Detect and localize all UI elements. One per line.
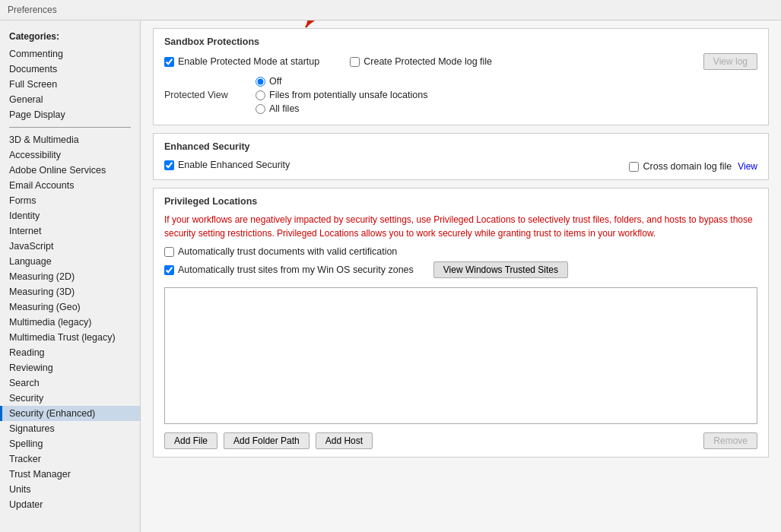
sidebar-item-reviewing[interactable]: Reviewing	[0, 360, 140, 375]
enable-enhanced-security-text: Enable Enhanced Security	[178, 160, 290, 170]
sidebar-item-javascript[interactable]: JavaScript	[0, 239, 140, 254]
categories-label: Categories:	[0, 28, 140, 46]
protected-view-label: Protected View	[164, 90, 240, 100]
sidebar-item-page-display[interactable]: Page Display	[0, 107, 140, 122]
sidebar-item-general[interactable]: General	[0, 92, 140, 107]
sidebar-item-measuring-2d[interactable]: Measuring (2D)	[0, 269, 140, 284]
sandbox-protections-section: Sandbox Protections Enable Protected Mod…	[153, 28, 769, 125]
sidebar-item-tracker[interactable]: Tracker	[0, 451, 140, 467]
privileged-locations-section: Privileged Locations If your workflows a…	[153, 188, 769, 458]
enable-protected-mode-text: Enable Protected Mode at startup	[178, 56, 319, 67]
auto-trust-certs-label[interactable]: Automatically trust documents with valid…	[164, 246, 757, 257]
sidebar-item-security-enhanced[interactable]: Security (Enhanced)	[0, 406, 140, 421]
sidebar-item-accessibility[interactable]: Accessibility	[0, 147, 140, 163]
title-text: Preferences	[8, 5, 57, 15]
cross-domain-row: Cross domain log file View	[629, 161, 757, 172]
sidebar-item-language[interactable]: Language	[0, 254, 140, 269]
cross-domain-log-text: Cross domain log file	[643, 161, 732, 172]
auto-trust-certs-checkbox[interactable]	[164, 247, 174, 257]
pv-all-label: All files	[269, 103, 300, 114]
sidebar-item-identity[interactable]: Identity	[0, 208, 140, 223]
sidebar-item-full-screen[interactable]: Full Screen	[0, 77, 140, 92]
red-arrow-svg	[230, 21, 496, 35]
auto-trust-win-zones-label[interactable]: Automatically trust sites from my Win OS…	[164, 264, 414, 275]
pv-off-radio[interactable]	[256, 77, 265, 87]
title-bar: Preferences	[0, 0, 781, 21]
protected-view-options: Off Files from potentially unsafe locati…	[256, 76, 427, 114]
sidebar-item-security[interactable]: Security	[0, 391, 140, 406]
privileged-locations-textarea[interactable]	[164, 287, 757, 424]
create-log-file-checkbox[interactable]	[350, 57, 360, 67]
enhanced-security-title: Enhanced Security	[164, 141, 757, 152]
pv-off-label: Off	[269, 76, 281, 87]
remove-button[interactable]: Remove	[703, 432, 757, 449]
sidebar-item-measuring-3d[interactable]: Measuring (3D)	[0, 284, 140, 299]
content-area: Sandbox Protections Enable Protected Mod…	[141, 21, 781, 532]
cross-domain-view-link[interactable]: View	[738, 161, 757, 172]
sidebar-item-trust-manager[interactable]: Trust Manager	[0, 467, 140, 482]
add-file-button[interactable]: Add File	[164, 432, 217, 449]
sidebar-item-3d-multimedia[interactable]: 3D & Multimedia	[0, 132, 140, 147]
sidebar-item-reading[interactable]: Reading	[0, 345, 140, 360]
sandbox-protections-title: Sandbox Protections	[164, 36, 757, 47]
sidebar-item-multimedia-trust-legacy[interactable]: Multimedia Trust (legacy)	[0, 330, 140, 345]
sidebar-item-search[interactable]: Search	[0, 375, 140, 391]
sidebar-item-updater[interactable]: Updater	[0, 497, 140, 512]
privileged-locations-info: If your workflows are negatively impacte…	[164, 213, 757, 240]
cross-domain-log-checkbox[interactable]	[629, 162, 639, 172]
add-folder-path-button[interactable]: Add Folder Path	[224, 432, 310, 449]
add-host-button[interactable]: Add Host	[316, 432, 373, 449]
create-log-file-text: Create Protected Mode log file	[364, 56, 492, 67]
view-windows-trusted-sites-button[interactable]: View Windows Trusted Sites	[433, 261, 568, 278]
enable-enhanced-security-checkbox[interactable]	[164, 160, 174, 170]
sidebar: Categories: CommentingDocumentsFull Scre…	[0, 21, 141, 532]
enhanced-security-section: Enhanced Security Enable Enhanced Securi…	[153, 133, 769, 180]
cross-domain-log-label[interactable]: Cross domain log file	[629, 161, 732, 172]
pv-all-radio[interactable]	[256, 104, 265, 114]
pv-unsafe-label: Files from potentially unsafe locations	[269, 90, 427, 100]
sidebar-item-commenting[interactable]: Commenting	[0, 46, 140, 62]
enable-protected-mode-checkbox[interactable]	[164, 57, 174, 67]
pv-unsafe-option[interactable]: Files from potentially unsafe locations	[256, 90, 427, 100]
sidebar-item-documents[interactable]: Documents	[0, 62, 140, 77]
sidebar-item-internet[interactable]: Internet	[0, 223, 140, 239]
bottom-buttons: Add File Add Folder Path Add Host Remove	[164, 432, 757, 449]
sidebar-item-units[interactable]: Units	[0, 482, 140, 497]
sidebar-item-signatures[interactable]: Signatures	[0, 421, 140, 436]
pv-unsafe-radio[interactable]	[256, 90, 265, 100]
sidebar-item-forms[interactable]: Forms	[0, 193, 140, 208]
sidebar-item-multimedia-legacy[interactable]: Multimedia (legacy)	[0, 315, 140, 330]
enable-protected-mode-label[interactable]: Enable Protected Mode at startup	[164, 56, 319, 67]
sidebar-item-email-accounts[interactable]: Email Accounts	[0, 178, 140, 193]
auto-trust-certs-text: Automatically trust documents with valid…	[178, 246, 397, 257]
privileged-locations-title: Privileged Locations	[164, 196, 757, 207]
view-log-button[interactable]: View log	[703, 53, 757, 70]
sidebar-item-adobe-online-services[interactable]: Adobe Online Services	[0, 163, 140, 178]
pv-all-option[interactable]: All files	[256, 103, 427, 114]
enable-enhanced-security-label[interactable]: Enable Enhanced Security	[164, 160, 290, 170]
sidebar-item-spelling[interactable]: Spelling	[0, 436, 140, 451]
pv-off-option[interactable]: Off	[256, 76, 427, 87]
create-log-file-label[interactable]: Create Protected Mode log file	[350, 56, 492, 67]
sidebar-item-measuring-geo[interactable]: Measuring (Geo)	[0, 299, 140, 315]
auto-trust-win-zones-text: Automatically trust sites from my Win OS…	[178, 264, 414, 275]
auto-trust-win-zones-checkbox[interactable]	[164, 265, 174, 275]
sidebar-divider	[9, 127, 131, 128]
